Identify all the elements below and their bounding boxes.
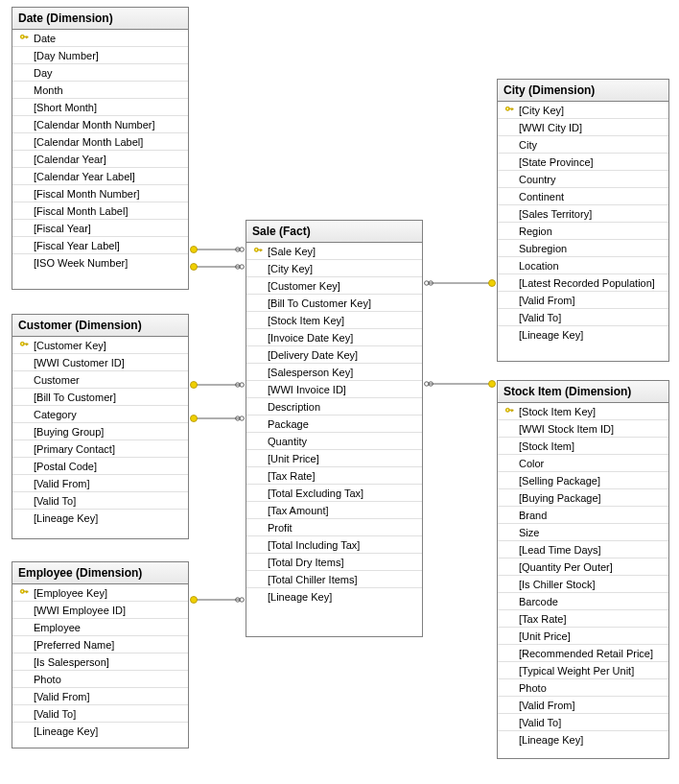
column-row[interactable]: [Salesperson Key] xyxy=(246,364,422,381)
column-row[interactable]: Package xyxy=(246,416,422,433)
column-row[interactable]: [Sale Key] xyxy=(246,243,422,260)
column-row[interactable]: [Total Including Tax] xyxy=(246,536,422,554)
column-row[interactable]: [Typical Weight Per Unit] xyxy=(498,662,668,679)
column-row[interactable]: [Lineage Key] xyxy=(246,588,422,606)
column-row[interactable]: Country xyxy=(498,171,668,188)
column-row[interactable]: [Primary Contact] xyxy=(12,440,188,458)
column-row[interactable]: [Bill To Customer] xyxy=(12,389,188,406)
column-row[interactable]: [Valid From] xyxy=(498,697,668,714)
column-row[interactable]: Color xyxy=(498,455,668,472)
column-row[interactable]: Description xyxy=(246,398,422,416)
column-row[interactable]: Category xyxy=(12,406,188,423)
column-row[interactable]: Continent xyxy=(498,188,668,205)
column-row[interactable]: [Valid To] xyxy=(498,309,668,326)
entity-header[interactable]: Date (Dimension) xyxy=(12,8,188,30)
column-row[interactable]: [Buying Package] xyxy=(498,489,668,507)
entity-header[interactable]: Customer (Dimension) xyxy=(12,315,188,337)
column-row[interactable]: [City Key] xyxy=(246,260,422,277)
column-row[interactable]: [Sales Territory] xyxy=(498,205,668,223)
column-row[interactable]: [Recommended Retail Price] xyxy=(498,645,668,662)
column-row[interactable]: [Fiscal Month Label] xyxy=(12,202,188,220)
column-row[interactable]: [Day Number] xyxy=(12,47,188,64)
column-row[interactable]: [Tax Rate] xyxy=(498,610,668,628)
column-row[interactable]: [Latest Recorded Population] xyxy=(498,274,668,292)
column-row[interactable]: [WWI Invoice ID] xyxy=(246,381,422,398)
column-row[interactable]: [ISO Week Number] xyxy=(12,254,188,272)
column-row[interactable]: [Valid From] xyxy=(12,688,188,705)
column-row[interactable]: [State Province] xyxy=(498,154,668,171)
column-row[interactable]: [Lineage Key] xyxy=(498,731,668,748)
column-row[interactable]: [Lineage Key] xyxy=(12,723,188,740)
entity-header[interactable]: Employee (Dimension) xyxy=(12,562,188,584)
column-row[interactable]: Month xyxy=(12,82,188,99)
entity-city[interactable]: City (Dimension)[City Key][WWI City ID]C… xyxy=(497,79,669,362)
column-row[interactable]: [Stock Item Key] xyxy=(498,403,668,420)
column-row[interactable]: Customer xyxy=(12,371,188,389)
column-row[interactable]: [Valid To] xyxy=(12,705,188,723)
column-row[interactable]: [Lineage Key] xyxy=(12,510,188,527)
column-row[interactable]: [WWI Stock Item ID] xyxy=(498,420,668,438)
column-row[interactable]: Location xyxy=(498,257,668,274)
column-row[interactable]: Day xyxy=(12,64,188,82)
column-row[interactable]: [Bill To Customer Key] xyxy=(246,295,422,312)
column-row[interactable]: [Customer Key] xyxy=(246,277,422,295)
entity-header[interactable]: Stock Item (Dimension) xyxy=(498,381,668,403)
column-row[interactable]: [Valid From] xyxy=(12,475,188,492)
column-row[interactable]: [Total Excluding Tax] xyxy=(246,485,422,502)
column-row[interactable]: Region xyxy=(498,223,668,240)
column-row[interactable]: [WWI Employee ID] xyxy=(12,602,188,619)
column-row[interactable]: [Preferred Name] xyxy=(12,636,188,653)
column-row[interactable]: [Fiscal Month Number] xyxy=(12,185,188,202)
entity-header[interactable]: City (Dimension) xyxy=(498,80,668,102)
column-row[interactable]: [Lineage Key] xyxy=(498,326,668,344)
column-row[interactable]: [Total Chiller Items] xyxy=(246,571,422,588)
column-row[interactable]: [Invoice Date Key] xyxy=(246,329,422,346)
column-row[interactable]: [Buying Group] xyxy=(12,423,188,440)
column-row[interactable]: Subregion xyxy=(498,240,668,257)
column-row[interactable]: [Valid From] xyxy=(498,292,668,309)
column-row[interactable]: [Employee Key] xyxy=(12,584,188,602)
column-row[interactable]: Brand xyxy=(498,507,668,524)
entity-date[interactable]: Date (Dimension)Date[Day Number]DayMonth… xyxy=(12,7,189,290)
column-row[interactable]: [Is Chiller Stock] xyxy=(498,576,668,593)
column-row[interactable]: [Tax Amount] xyxy=(246,502,422,519)
column-row[interactable]: [Calendar Month Number] xyxy=(12,116,188,133)
column-row[interactable]: [Short Month] xyxy=(12,99,188,116)
column-row[interactable]: [Total Dry Items] xyxy=(246,554,422,571)
column-row[interactable]: Photo xyxy=(12,671,188,688)
column-row[interactable]: [Valid To] xyxy=(12,492,188,510)
column-row[interactable]: [Is Salesperson] xyxy=(12,653,188,671)
entity-header[interactable]: Sale (Fact) xyxy=(246,221,422,243)
column-row[interactable]: [Customer Key] xyxy=(12,337,188,354)
entity-sale[interactable]: Sale (Fact)[Sale Key][City Key][Customer… xyxy=(246,220,423,637)
column-row[interactable]: [Delivery Date Key] xyxy=(246,346,422,364)
column-row[interactable]: [Calendar Year Label] xyxy=(12,168,188,185)
column-row[interactable]: [Stock Item Key] xyxy=(246,312,422,329)
column-row[interactable]: Date xyxy=(12,30,188,47)
column-row[interactable]: [Postal Code] xyxy=(12,458,188,475)
column-row[interactable]: [Calendar Month Label] xyxy=(12,133,188,151)
column-row[interactable]: [WWI City ID] xyxy=(498,119,668,136)
column-row[interactable]: [City Key] xyxy=(498,102,668,119)
column-row[interactable]: [Valid To] xyxy=(498,714,668,731)
column-row[interactable]: [Calendar Year] xyxy=(12,151,188,168)
column-row[interactable]: [Selling Package] xyxy=(498,472,668,489)
entity-stockitem[interactable]: Stock Item (Dimension)[Stock Item Key][W… xyxy=(497,380,669,759)
column-row[interactable]: [Stock Item] xyxy=(498,438,668,455)
column-row[interactable]: [Unit Price] xyxy=(246,450,422,467)
entity-employee[interactable]: Employee (Dimension)[Employee Key][WWI E… xyxy=(12,561,189,748)
column-row[interactable]: [Tax Rate] xyxy=(246,467,422,485)
column-row[interactable]: Quantity xyxy=(246,433,422,450)
column-row[interactable]: Size xyxy=(498,524,668,541)
column-row[interactable]: [Fiscal Year Label] xyxy=(12,237,188,254)
column-row[interactable]: [Quantity Per Outer] xyxy=(498,558,668,576)
entity-customer[interactable]: Customer (Dimension)[Customer Key][WWI C… xyxy=(12,314,189,539)
column-row[interactable]: Employee xyxy=(12,619,188,636)
column-row[interactable]: [WWI Customer ID] xyxy=(12,354,188,371)
column-row[interactable]: Photo xyxy=(498,679,668,697)
column-row[interactable]: Profit xyxy=(246,519,422,536)
column-row[interactable]: Barcode xyxy=(498,593,668,610)
column-row[interactable]: [Unit Price] xyxy=(498,628,668,645)
column-row[interactable]: [Lead Time Days] xyxy=(498,541,668,558)
column-row[interactable]: [Fiscal Year] xyxy=(12,220,188,237)
